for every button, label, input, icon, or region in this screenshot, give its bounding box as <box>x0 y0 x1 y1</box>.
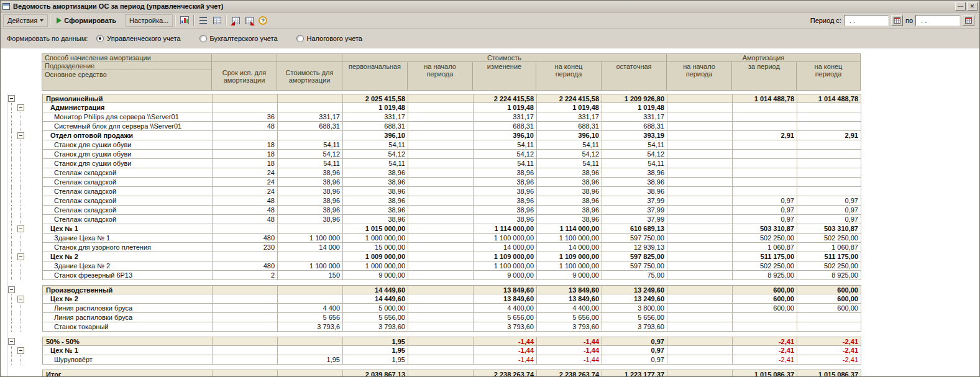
radio-option[interactable]: Управленческого учета <box>96 35 180 42</box>
value-cell[interactable] <box>278 103 343 112</box>
value-cell[interactable]: 5 656,00 <box>343 313 408 322</box>
value-cell[interactable]: 0,97 <box>602 337 667 346</box>
value-cell[interactable] <box>797 103 861 112</box>
value-cell[interactable] <box>213 285 278 294</box>
value-cell[interactable] <box>797 322 861 332</box>
value-cell[interactable]: 14 000,00 <box>537 243 602 252</box>
value-cell[interactable] <box>733 122 797 131</box>
value-cell[interactable] <box>667 122 733 131</box>
value-cell[interactable]: 2 039 867,13 <box>343 370 408 377</box>
value-cell[interactable]: 502 250,00 <box>797 234 861 243</box>
col-header-cost-for-depr[interactable]: Стоимость для амортизации <box>277 62 342 91</box>
value-cell[interactable] <box>278 94 343 103</box>
value-cell[interactable]: 688,31 <box>537 122 602 131</box>
value-cell[interactable] <box>667 355 733 365</box>
help-button[interactable]: ? <box>256 14 270 27</box>
value-cell[interactable]: 1 114 000,00 <box>537 224 602 234</box>
value-cell[interactable]: 2,91 <box>797 131 861 140</box>
value-cell[interactable]: 1 100 000,00 <box>537 234 602 243</box>
value-cell[interactable]: 54,11 <box>343 159 408 168</box>
value-cell[interactable]: -1,44 <box>537 346 602 355</box>
value-cell[interactable] <box>278 337 343 346</box>
value-cell[interactable]: 0,97 <box>733 215 797 224</box>
value-cell[interactable]: 0,97 <box>797 206 861 215</box>
collapse-toggle-icon[interactable] <box>8 338 15 345</box>
value-cell[interactable] <box>213 224 278 234</box>
value-cell[interactable] <box>667 150 733 159</box>
value-cell[interactable]: 14 449,60 <box>343 285 408 294</box>
row-label-cell[interactable]: Цех № 2 <box>42 252 213 261</box>
value-cell[interactable] <box>667 131 733 140</box>
value-cell[interactable]: 331,17 <box>278 112 343 122</box>
value-cell[interactable] <box>408 215 474 224</box>
value-cell[interactable]: 610 689,13 <box>602 224 667 234</box>
value-cell[interactable] <box>733 112 797 122</box>
value-cell[interactable] <box>408 285 474 294</box>
row-label-cell[interactable]: Стеллаж складской <box>42 168 213 178</box>
value-cell[interactable]: 3 800,00 <box>602 304 667 313</box>
value-cell[interactable]: 13 249,60 <box>602 285 667 294</box>
value-cell[interactable]: 1 060,87 <box>733 243 797 252</box>
col-header-initial[interactable]: первоначальная <box>342 62 408 91</box>
value-cell[interactable]: 24 <box>213 178 278 187</box>
value-cell[interactable]: 502 250,00 <box>733 234 797 243</box>
value-cell[interactable]: 4 400,00 <box>537 304 602 313</box>
value-cell[interactable]: 3 793,60 <box>537 322 602 332</box>
value-cell[interactable]: 36 <box>213 112 278 122</box>
collapse-groups-button[interactable] <box>229 14 242 27</box>
value-cell[interactable]: -2,41 <box>797 337 861 346</box>
value-cell[interactable]: 1,95 <box>278 355 343 365</box>
value-cell[interactable]: 2 025 415,58 <box>343 94 408 103</box>
value-cell[interactable]: 54,11 <box>474 140 537 150</box>
value-cell[interactable]: 2 224 415,58 <box>537 94 602 103</box>
value-cell[interactable]: 54,11 <box>602 140 667 150</box>
value-cell[interactable]: 2 238 263,74 <box>537 370 602 377</box>
value-cell[interactable] <box>408 322 474 332</box>
row-label-cell[interactable]: Стеллаж складской <box>42 196 213 206</box>
expand-groups-button[interactable] <box>242 14 256 27</box>
value-cell[interactable] <box>667 196 733 206</box>
value-cell[interactable]: 688,31 <box>343 122 408 131</box>
value-cell[interactable] <box>408 224 474 234</box>
value-cell[interactable]: 331,17 <box>537 112 602 122</box>
value-cell[interactable]: 38,96 <box>602 168 667 178</box>
value-cell[interactable]: 38,96 <box>278 206 343 215</box>
value-cell[interactable] <box>667 187 733 196</box>
row-label-cell[interactable]: Линия распиловки бруса <box>42 304 213 313</box>
col-header-change[interactable]: изменение <box>473 62 536 91</box>
row-label-cell[interactable]: Станок для сушки обуви <box>42 140 213 150</box>
value-cell[interactable] <box>408 370 474 377</box>
value-cell[interactable]: 1 109 000,00 <box>537 252 602 261</box>
row-label-cell[interactable]: Прямолинейный <box>42 94 213 103</box>
value-cell[interactable]: 38,96 <box>602 178 667 187</box>
period-to-input[interactable]: . . <box>915 15 960 26</box>
row-label-cell[interactable]: Итог <box>42 370 213 377</box>
row-label-cell[interactable]: Станок для сушки обуви <box>42 159 213 168</box>
collapse-toggle-icon[interactable] <box>17 347 24 354</box>
value-cell[interactable]: 5 656 <box>278 313 343 322</box>
value-cell[interactable]: 38,96 <box>474 196 537 206</box>
value-cell[interactable] <box>278 224 343 234</box>
value-cell[interactable] <box>408 243 474 252</box>
value-cell[interactable]: 502 250,00 <box>733 261 797 271</box>
value-cell[interactable] <box>733 140 797 150</box>
collapse-toggle-icon[interactable] <box>17 225 24 232</box>
collapse-toggle-icon[interactable] <box>17 132 24 139</box>
value-cell[interactable] <box>667 313 733 322</box>
value-cell[interactable]: 37,99 <box>602 196 667 206</box>
value-cell[interactable]: 503 310,87 <box>733 224 797 234</box>
value-cell[interactable] <box>408 355 474 365</box>
value-cell[interactable] <box>667 178 733 187</box>
value-cell[interactable] <box>733 103 797 112</box>
value-cell[interactable] <box>408 346 474 355</box>
value-cell[interactable] <box>733 168 797 178</box>
value-cell[interactable] <box>408 159 474 168</box>
col-header-division[interactable]: Подразделение <box>42 62 212 70</box>
value-cell[interactable]: 38,96 <box>537 178 602 187</box>
value-cell[interactable]: 13 849,60 <box>474 285 537 294</box>
value-cell[interactable] <box>797 187 861 196</box>
value-cell[interactable]: 54,11 <box>474 159 537 168</box>
col-header-cost-end[interactable]: на конец периода <box>536 62 602 91</box>
value-cell[interactable]: 54,11 <box>343 140 408 150</box>
value-cell[interactable] <box>408 178 474 187</box>
